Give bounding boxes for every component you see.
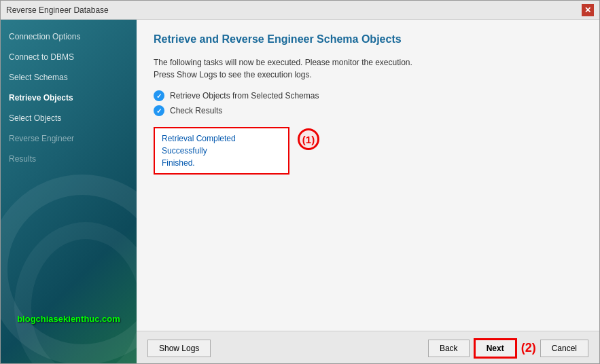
sidebar-item-connection-options[interactable]: Connection Options [1, 26, 137, 47]
page-title: Retrieve and Reverse Engineer Schema Obj… [154, 33, 582, 46]
watermark: blogchiasekienthuc.com [4, 314, 133, 324]
sidebar: Connection Options Connect to DBMS Selec… [1, 20, 137, 364]
title-bar: Reverse Engineer Database ✕ [1, 1, 599, 20]
result-box-container: Retrieval Completed Successfully Finishe… [154, 127, 582, 175]
sidebar-item-reverse-engineer[interactable]: Reverse Engineer [1, 128, 137, 149]
next-button[interactable]: Next [474, 338, 517, 359]
task-label-2: Check Results [170, 106, 222, 115]
title-bar-text: Reverse Engineer Database [6, 5, 109, 15]
close-button[interactable]: ✕ [582, 4, 594, 16]
check-icon-2 [154, 105, 164, 116]
sidebar-item-results[interactable]: Results [1, 149, 137, 169]
task-label-1: Retrieve Objects from Selected Schemas [170, 91, 319, 101]
content-inner: Retrieve and Reverse Engineer Schema Obj… [137, 20, 599, 331]
check-icon-1 [154, 90, 164, 101]
main-layout: Connection Options Connect to DBMS Selec… [1, 20, 599, 364]
sidebar-item-retrieve-objects[interactable]: Retrieve Objects [1, 88, 137, 108]
sidebar-item-select-schemas[interactable]: Select Schemas [1, 67, 137, 88]
task-list: Retrieve Objects from Selected Schemas C… [154, 90, 582, 116]
task-item-1: Retrieve Objects from Selected Schemas [154, 90, 582, 101]
back-button[interactable]: Back [428, 340, 470, 357]
desc-line2: Press Show Logs to see the execution log… [154, 70, 312, 79]
desc-line1: The following tasks will now be executed… [154, 58, 412, 67]
annotation-2: (2) [521, 341, 536, 355]
annotation-1: (1) [298, 128, 319, 150]
result-box: Retrieval Completed Successfully Finishe… [154, 127, 289, 175]
result-line2: Finished. [162, 158, 195, 168]
show-logs-button[interactable]: Show Logs [147, 340, 211, 357]
description-text: The following tasks will now be executed… [154, 56, 582, 81]
sidebar-item-select-objects[interactable]: Select Objects [1, 108, 137, 128]
footer: Show Logs Back Next (2) Cancel [137, 331, 599, 364]
footer-left: Show Logs [147, 340, 211, 357]
sidebar-item-connect-to-dbms[interactable]: Connect to DBMS [1, 47, 137, 67]
result-line1: Retrieval Completed Successfully [162, 134, 236, 156]
task-item-2: Check Results [154, 105, 582, 116]
footer-right: Back Next (2) Cancel [428, 338, 588, 359]
cancel-button[interactable]: Cancel [540, 340, 588, 357]
content-area: Retrieve and Reverse Engineer Schema Obj… [137, 20, 599, 364]
